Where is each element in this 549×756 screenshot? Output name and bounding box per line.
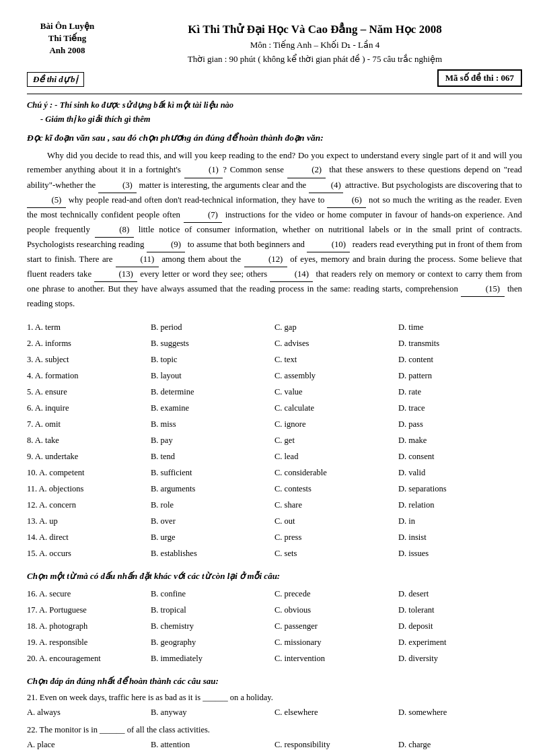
- answer-option: C. elsewhere: [274, 704, 398, 720]
- answer-option: D. charge: [398, 736, 522, 753]
- answer-num: 10. A. competent: [27, 465, 151, 481]
- answer-b: B. suggests: [151, 335, 274, 351]
- answer-d: D. pattern: [398, 368, 522, 384]
- answer-d: D. deposit: [398, 618, 522, 634]
- answer-b: B. confine: [151, 586, 274, 602]
- answer-c: C. gap: [274, 319, 398, 335]
- answer-b: B. miss: [151, 416, 274, 432]
- answer-d: D. in: [398, 513, 522, 529]
- answer-c: C. share: [274, 497, 398, 513]
- section3-title: Chọn đáp án đúng nhất để hoàn thành các …: [27, 676, 522, 687]
- section3-items: 21. Even on week days, traffic here is a…: [27, 691, 522, 756]
- chu-y-section: Chú ý : - Thí sinh ko được sử dụng bất k…: [27, 98, 522, 127]
- answer-c: C. passenger: [274, 618, 398, 634]
- exam-meta: Đề thi dự bị Mã số đề thi : 067: [27, 72, 522, 91]
- answer-b: B. layout: [151, 368, 274, 384]
- passage-text: Why did you decide to read this, and wil…: [27, 149, 522, 311]
- question-item: 22. The monitor is in ______ of all the …: [27, 723, 522, 753]
- answer-c: C. press: [274, 529, 398, 545]
- answer-c: C. ignore: [274, 416, 398, 432]
- answer-d: D. make: [398, 432, 522, 448]
- answer-d: D. time: [398, 319, 522, 335]
- answer-grid-section2: 16. A. secureB. confineC. precedeD. dese…: [27, 586, 522, 666]
- answer-num: 6. A. inquire: [27, 400, 151, 416]
- answer-d: D. trace: [398, 400, 522, 416]
- de-thi-label: Đề thi dự bị: [27, 72, 84, 87]
- answer-c: C. get: [274, 432, 398, 448]
- answer-option: D. somewhere: [398, 704, 522, 720]
- answer-c: C. lead: [274, 448, 398, 465]
- answer-b: B. tropical: [151, 602, 274, 618]
- answer-grid-section1: 1. A. termB. periodC. gapD. time2. A. in…: [27, 319, 522, 561]
- answer-num: 3. A. subject: [27, 351, 151, 368]
- exam-title: Kì Thi Thử Đại Học Và Cao Đẳng – Năm Học…: [108, 20, 522, 38]
- answer-d: D. issues: [398, 545, 522, 561]
- answer-num: 7. A. omit: [27, 416, 151, 432]
- answer-num: 15. A. occurs: [27, 545, 151, 561]
- question-text: 22. The monitor is in ______ of all the …: [27, 723, 522, 736]
- answer-d: D. relation: [398, 497, 522, 513]
- header-left-line1: Bài Ôn Luyện: [40, 21, 94, 31]
- answer-option: A. always: [27, 704, 151, 720]
- answer-b: B. period: [151, 319, 274, 335]
- header: Bài Ôn Luyện Thi Tiếng Anh 2008 Kì Thi T…: [27, 20, 522, 67]
- answer-b: B. chemistry: [151, 618, 274, 634]
- answer-d: D. insist: [398, 529, 522, 545]
- answer-num: 4. A. formation: [27, 368, 151, 384]
- answer-num: 13. A. up: [27, 513, 151, 529]
- answer-num: 18. A. photograph: [27, 618, 151, 634]
- answer-b: B. over: [151, 513, 274, 529]
- answer-num: 5. A. ensure: [27, 384, 151, 400]
- answer-b: B. urge: [151, 529, 274, 545]
- answer-num: 19. A. responsible: [27, 634, 151, 650]
- answer-b: B. immediately: [151, 650, 274, 666]
- answer-b: B. topic: [151, 351, 274, 368]
- answer-num: 20. A. encouragement: [27, 650, 151, 666]
- chu-y-line1: - Thí sinh ko được sử dụng bất kì một tà…: [54, 100, 233, 110]
- answer-c: C. obvious: [274, 602, 398, 618]
- ma-so-box: Mã số đề thi : 067: [437, 69, 522, 87]
- answer-d: D. valid: [398, 465, 522, 481]
- answer-c: C. sets: [274, 545, 398, 561]
- chu-y-line2: - Giám thị ko giải thích gì thêm: [40, 114, 150, 124]
- answer-b: B. role: [151, 497, 274, 513]
- answer-c: C. intervention: [274, 650, 398, 666]
- answer-b: B. examine: [151, 400, 274, 416]
- answer-d: D. experiment: [398, 634, 522, 650]
- chu-y-label: Chú ý :: [27, 100, 54, 110]
- answer-d: D. separations: [398, 481, 522, 497]
- answer-num: 2. A. informs: [27, 335, 151, 351]
- exam-subtitle2: Thời gian : 90 phút ( không kể thời gian…: [108, 53, 522, 67]
- answer-c: C. missionary: [274, 634, 398, 650]
- answer-c: C. precede: [274, 586, 398, 602]
- answer-num: 12. A. concern: [27, 497, 151, 513]
- header-right: Kì Thi Thử Đại Học Và Cao Đẳng – Năm Học…: [108, 20, 522, 67]
- answer-num: 16. A. secure: [27, 586, 151, 602]
- answer-d: D. desert: [398, 586, 522, 602]
- answer-b: B. geography: [151, 634, 274, 650]
- answer-b: B. sufficient: [151, 465, 274, 481]
- question-item: 21. Even on week days, traffic here is a…: [27, 691, 522, 720]
- answer-d: D. pass: [398, 416, 522, 432]
- answer-num: 17. A. Portuguese: [27, 602, 151, 618]
- answer-c: C. out: [274, 513, 398, 529]
- answer-c: C. value: [274, 384, 398, 400]
- divider-top: [27, 94, 522, 94]
- answer-b: B. determine: [151, 384, 274, 400]
- answer-option: B. attention: [151, 736, 274, 753]
- answer-d: D. content: [398, 351, 522, 368]
- section1-title: Đọc kĩ đoạn văn sau , sau đó chọn phương…: [27, 132, 522, 143]
- header-left-line3: Anh 2008: [49, 45, 85, 55]
- answer-b: B. pay: [151, 432, 274, 448]
- exam-subtitle1: Môn : Tiếng Anh – Khối D₁ - Lần 4: [108, 38, 522, 53]
- answer-num: 11. A. objections: [27, 481, 151, 497]
- answer-d: D. transmits: [398, 335, 522, 351]
- answer-d: D. diversity: [398, 650, 522, 666]
- answer-option: A. place: [27, 736, 151, 753]
- answer-b: B. tend: [151, 448, 274, 465]
- answer-num: 14. A. direct: [27, 529, 151, 545]
- answer-d: D. consent: [398, 448, 522, 465]
- answer-c: C. advises: [274, 335, 398, 351]
- question-answers: A. alwaysB. anywayC. elsewhereD. somewhe…: [27, 704, 522, 720]
- answer-option: B. anyway: [151, 704, 274, 720]
